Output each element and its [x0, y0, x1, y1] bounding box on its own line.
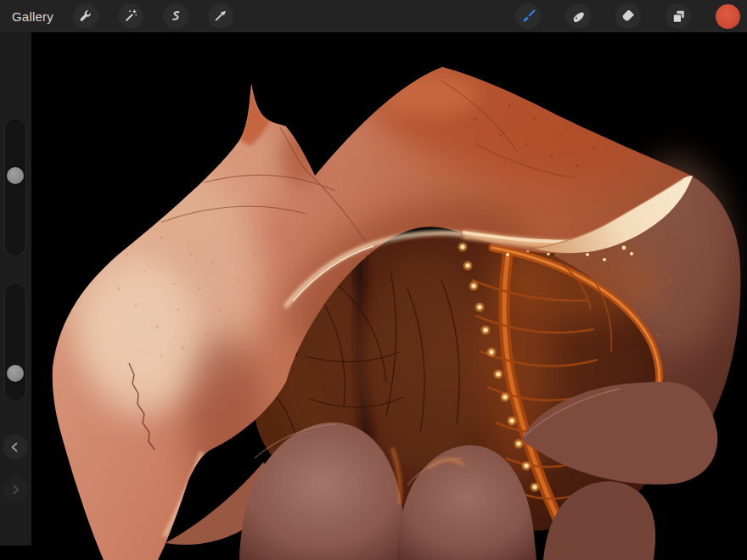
wrench-icon [78, 8, 93, 24]
app-window: { "toolbar": { "gallery_label": "Gallery… [0, 0, 747, 560]
layers-button[interactable] [666, 3, 691, 29]
transform-button[interactable] [208, 3, 233, 29]
toolbar-left-group: Gallery [0, 3, 233, 29]
adjustments-button[interactable] [118, 3, 143, 29]
smudge-icon [570, 8, 587, 25]
redo-button[interactable] [3, 477, 28, 502]
erase-button[interactable] [615, 3, 641, 29]
canvas-area[interactable] [31, 32, 747, 560]
selection-s-icon [168, 8, 183, 24]
opacity-knob[interactable] [7, 365, 24, 382]
actions-button[interactable] [73, 3, 98, 29]
chevron-right-icon [8, 482, 23, 497]
layers-icon [671, 8, 687, 25]
transform-arrow-icon [213, 8, 228, 24]
opacity-slider[interactable] [4, 283, 26, 401]
smudge-button[interactable] [565, 3, 591, 29]
selection-button[interactable] [163, 3, 188, 29]
top-toolbar: Gallery [0, 0, 747, 32]
sidebar [0, 32, 31, 546]
paint-button[interactable] [515, 3, 541, 29]
brush-icon [520, 8, 536, 25]
color-swatch[interactable] [716, 4, 740, 29]
gallery-button[interactable]: Gallery [12, 9, 53, 24]
undo-button[interactable] [3, 434, 28, 460]
chevron-left-icon [8, 440, 23, 455]
brush-size-knob[interactable] [7, 167, 24, 184]
brush-size-slider[interactable] [4, 118, 26, 256]
canvas-artwork[interactable] [31, 32, 747, 560]
toolbar-right-group [515, 3, 747, 29]
magic-wand-icon [123, 8, 138, 24]
eraser-icon [621, 8, 637, 25]
